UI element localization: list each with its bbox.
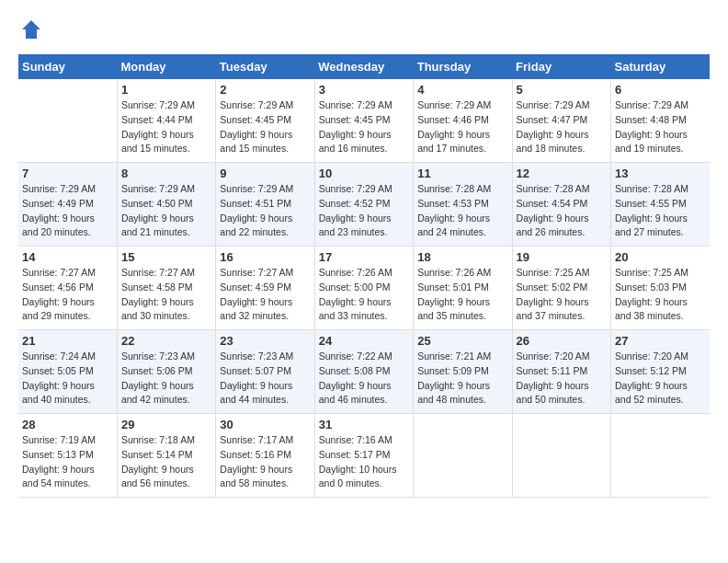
day-number: 16	[220, 250, 310, 264]
day-info: Sunrise: 7:21 AMSunset: 5:09 PMDaylight:…	[417, 350, 507, 408]
page-header	[18, 18, 710, 45]
calendar-cell: 19Sunrise: 7:25 AMSunset: 5:02 PMDayligh…	[512, 247, 610, 330]
day-number: 4	[417, 83, 507, 97]
calendar-cell: 13Sunrise: 7:28 AMSunset: 4:55 PMDayligh…	[611, 163, 710, 247]
calendar-cell	[512, 414, 610, 498]
calendar-cell: 16Sunrise: 7:27 AMSunset: 4:59 PMDayligh…	[216, 247, 314, 330]
svg-marker-0	[22, 20, 40, 39]
day-info: Sunrise: 7:29 AMSunset: 4:47 PMDaylight:…	[517, 98, 607, 156]
week-row-1: 1Sunrise: 7:29 AMSunset: 4:44 PMDaylight…	[18, 79, 710, 163]
day-number: 30	[220, 418, 310, 431]
day-info: Sunrise: 7:29 AMSunset: 4:50 PMDaylight:…	[121, 182, 211, 240]
calendar-cell: 7Sunrise: 7:29 AMSunset: 4:49 PMDaylight…	[18, 163, 117, 247]
day-info: Sunrise: 7:29 AMSunset: 4:52 PMDaylight:…	[319, 182, 409, 240]
logo-icon	[20, 18, 42, 40]
calendar-table: SundayMondayTuesdayWednesdayThursdayFrid…	[18, 54, 710, 498]
calendar-cell: 20Sunrise: 7:25 AMSunset: 5:03 PMDayligh…	[611, 247, 710, 330]
column-header-sunday: Sunday	[18, 54, 117, 79]
column-header-tuesday: Tuesday	[216, 54, 314, 79]
calendar-cell: 24Sunrise: 7:22 AMSunset: 5:08 PMDayligh…	[314, 330, 413, 414]
week-row-2: 7Sunrise: 7:29 AMSunset: 4:49 PMDaylight…	[18, 163, 710, 247]
day-info: Sunrise: 7:28 AMSunset: 4:53 PMDaylight:…	[417, 182, 507, 240]
day-number: 14	[22, 250, 113, 264]
calendar-cell: 18Sunrise: 7:26 AMSunset: 5:01 PMDayligh…	[414, 247, 512, 330]
day-info: Sunrise: 7:20 AMSunset: 5:11 PMDaylight:…	[517, 350, 607, 408]
day-info: Sunrise: 7:25 AMSunset: 5:03 PMDaylight:…	[615, 266, 706, 324]
day-number: 20	[615, 250, 706, 264]
week-row-3: 14Sunrise: 7:27 AMSunset: 4:56 PMDayligh…	[18, 247, 710, 330]
day-info: Sunrise: 7:27 AMSunset: 4:59 PMDaylight:…	[220, 266, 310, 324]
day-number: 31	[319, 418, 409, 431]
week-row-5: 28Sunrise: 7:19 AMSunset: 5:13 PMDayligh…	[18, 414, 710, 498]
day-info: Sunrise: 7:20 AMSunset: 5:12 PMDaylight:…	[615, 350, 706, 408]
calendar-cell: 26Sunrise: 7:20 AMSunset: 5:11 PMDayligh…	[512, 330, 610, 414]
column-header-friday: Friday	[512, 54, 610, 79]
day-number: 18	[417, 250, 507, 264]
day-number: 22	[121, 334, 211, 348]
calendar-cell: 27Sunrise: 7:20 AMSunset: 5:12 PMDayligh…	[611, 330, 710, 414]
day-number: 7	[22, 167, 113, 180]
calendar-cell: 31Sunrise: 7:16 AMSunset: 5:17 PMDayligh…	[314, 414, 413, 498]
calendar-cell: 17Sunrise: 7:26 AMSunset: 5:00 PMDayligh…	[314, 247, 413, 330]
day-number: 12	[517, 167, 607, 180]
day-number: 3	[319, 83, 409, 97]
day-number: 17	[319, 250, 409, 264]
calendar-cell: 15Sunrise: 7:27 AMSunset: 4:58 PMDayligh…	[117, 247, 215, 330]
calendar-body: 1Sunrise: 7:29 AMSunset: 4:44 PMDaylight…	[18, 79, 710, 498]
calendar-cell: 21Sunrise: 7:24 AMSunset: 5:05 PMDayligh…	[18, 330, 117, 414]
calendar-cell: 28Sunrise: 7:19 AMSunset: 5:13 PMDayligh…	[18, 414, 117, 498]
calendar-cell: 6Sunrise: 7:29 AMSunset: 4:48 PMDaylight…	[611, 79, 710, 163]
day-info: Sunrise: 7:26 AMSunset: 5:01 PMDaylight:…	[417, 266, 507, 324]
day-number: 2	[220, 83, 310, 97]
calendar-cell: 29Sunrise: 7:18 AMSunset: 5:14 PMDayligh…	[117, 414, 215, 498]
day-info: Sunrise: 7:29 AMSunset: 4:44 PMDaylight:…	[121, 98, 211, 156]
day-number: 13	[615, 167, 706, 180]
day-info: Sunrise: 7:29 AMSunset: 4:49 PMDaylight:…	[22, 182, 113, 240]
day-number: 25	[417, 334, 507, 348]
calendar-cell: 1Sunrise: 7:29 AMSunset: 4:44 PMDaylight…	[117, 79, 215, 163]
calendar-header: SundayMondayTuesdayWednesdayThursdayFrid…	[18, 54, 710, 79]
header-row: SundayMondayTuesdayWednesdayThursdayFrid…	[18, 54, 710, 79]
day-info: Sunrise: 7:23 AMSunset: 5:06 PMDaylight:…	[121, 350, 211, 408]
calendar-cell: 22Sunrise: 7:23 AMSunset: 5:06 PMDayligh…	[117, 330, 215, 414]
day-info: Sunrise: 7:29 AMSunset: 4:51 PMDaylight:…	[220, 182, 310, 240]
calendar-cell: 30Sunrise: 7:17 AMSunset: 5:16 PMDayligh…	[216, 414, 314, 498]
day-number: 24	[319, 334, 409, 348]
day-info: Sunrise: 7:23 AMSunset: 5:07 PMDaylight:…	[220, 350, 310, 408]
calendar-cell: 10Sunrise: 7:29 AMSunset: 4:52 PMDayligh…	[314, 163, 413, 247]
column-header-monday: Monday	[117, 54, 215, 79]
day-info: Sunrise: 7:26 AMSunset: 5:00 PMDaylight:…	[319, 266, 409, 324]
day-number: 29	[121, 418, 211, 431]
day-info: Sunrise: 7:24 AMSunset: 5:05 PMDaylight:…	[22, 350, 113, 408]
calendar-cell: 5Sunrise: 7:29 AMSunset: 4:47 PMDaylight…	[512, 79, 610, 163]
calendar-cell: 12Sunrise: 7:28 AMSunset: 4:54 PMDayligh…	[512, 163, 610, 247]
calendar-cell: 9Sunrise: 7:29 AMSunset: 4:51 PMDaylight…	[216, 163, 314, 247]
day-number: 9	[220, 167, 310, 180]
logo	[18, 18, 42, 45]
calendar-cell: 23Sunrise: 7:23 AMSunset: 5:07 PMDayligh…	[216, 330, 314, 414]
calendar-cell	[611, 414, 710, 498]
calendar-cell: 14Sunrise: 7:27 AMSunset: 4:56 PMDayligh…	[18, 247, 117, 330]
day-info: Sunrise: 7:27 AMSunset: 4:56 PMDaylight:…	[22, 266, 113, 324]
day-number: 21	[22, 334, 113, 348]
day-number: 26	[517, 334, 607, 348]
day-number: 8	[121, 167, 211, 180]
day-info: Sunrise: 7:27 AMSunset: 4:58 PMDaylight:…	[121, 266, 211, 324]
day-info: Sunrise: 7:29 AMSunset: 4:45 PMDaylight:…	[220, 98, 310, 156]
day-info: Sunrise: 7:16 AMSunset: 5:17 PMDaylight:…	[319, 433, 409, 491]
calendar-cell: 2Sunrise: 7:29 AMSunset: 4:45 PMDaylight…	[216, 79, 314, 163]
day-number: 10	[319, 167, 409, 180]
week-row-4: 21Sunrise: 7:24 AMSunset: 5:05 PMDayligh…	[18, 330, 710, 414]
calendar-cell: 25Sunrise: 7:21 AMSunset: 5:09 PMDayligh…	[414, 330, 512, 414]
calendar-cell: 8Sunrise: 7:29 AMSunset: 4:50 PMDaylight…	[117, 163, 215, 247]
day-number: 27	[615, 334, 706, 348]
calendar-cell	[414, 414, 512, 498]
day-number: 5	[517, 83, 607, 97]
day-number: 6	[615, 83, 706, 97]
day-number: 11	[417, 167, 507, 180]
day-info: Sunrise: 7:28 AMSunset: 4:54 PMDaylight:…	[517, 182, 607, 240]
day-info: Sunrise: 7:28 AMSunset: 4:55 PMDaylight:…	[615, 182, 706, 240]
calendar-cell: 4Sunrise: 7:29 AMSunset: 4:46 PMDaylight…	[414, 79, 512, 163]
day-info: Sunrise: 7:17 AMSunset: 5:16 PMDaylight:…	[220, 433, 310, 491]
calendar-cell: 3Sunrise: 7:29 AMSunset: 4:45 PMDaylight…	[314, 79, 413, 163]
